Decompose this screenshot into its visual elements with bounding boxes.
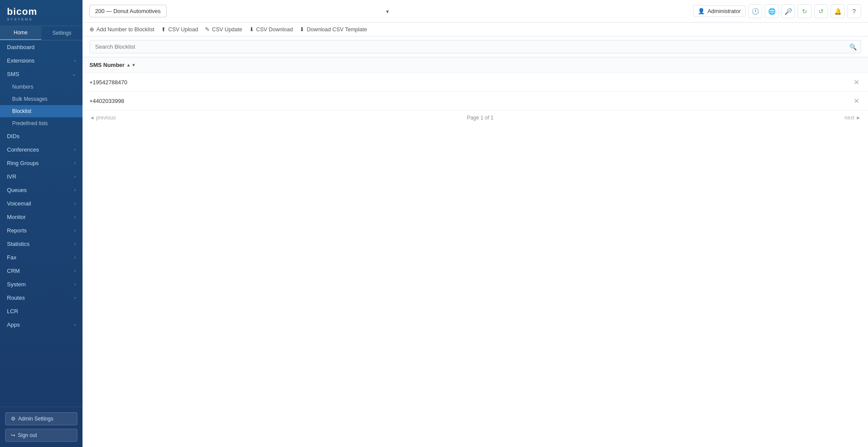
sidebar-item-numbers[interactable]: Numbers: [0, 81, 83, 93]
tab-row: Home Settings: [0, 26, 83, 40]
user-icon: 👤: [698, 8, 705, 14]
sidebar-item-ivr[interactable]: IVR ›: [0, 170, 83, 183]
clock-icon-button[interactable]: 🕐: [748, 4, 762, 18]
template-download-icon: ⬇: [300, 26, 304, 33]
refresh-green-icon-button[interactable]: ↻: [798, 4, 812, 18]
sidebar-item-extensions[interactable]: Extensions ›: [0, 54, 83, 67]
plus-icon: ⊕: [89, 26, 94, 33]
upload-icon: ⬆: [161, 26, 166, 33]
add-number-link[interactable]: ⊕ Add Number to Blocklist: [89, 26, 154, 33]
chevron-icon: ›: [74, 188, 76, 192]
sidebar-item-system[interactable]: System ›: [0, 278, 83, 291]
bell-icon-button[interactable]: 🔔: [831, 4, 845, 18]
sidebar-item-blocklist[interactable]: Blocklist: [0, 105, 83, 117]
sort-asc-icon: ▲: [126, 63, 131, 67]
sidebar-item-statistics[interactable]: Statistics ›: [0, 237, 83, 251]
search-area: 🔍: [83, 36, 868, 57]
action-bar: ⊕ Add Number to Blocklist ⬆ CSV Upload ✎…: [83, 23, 868, 36]
sort-desc-icon: ▾: [132, 63, 135, 67]
topbar: 200 — Donut Automotives 👤 Administrator …: [83, 0, 868, 23]
chevron-icon: ›: [74, 242, 76, 246]
page-info: Page 1 of 1: [467, 115, 493, 121]
sms-number-cell: +19542788470: [89, 79, 851, 86]
tab-settings[interactable]: Settings: [41, 26, 83, 40]
sidebar-item-crm[interactable]: CRM ›: [0, 264, 83, 278]
topbar-right: 👤 Administrator 🕐 🌐 🔎 ↻ ↺ 🔔 ?: [693, 4, 861, 18]
sidebar-item-queues[interactable]: Queues ›: [0, 183, 83, 197]
help-icon-button[interactable]: ?: [847, 4, 861, 18]
column-header-sms-number[interactable]: SMS Number ▲ ▾: [89, 62, 135, 68]
table-row: +4402033998 ✕: [83, 92, 868, 110]
admin-settings-button[interactable]: ⚙ Admin Settings: [5, 412, 77, 425]
logo-main: bicom: [7, 6, 76, 17]
csv-download-link[interactable]: ⬇ CSV Download: [249, 26, 293, 33]
sidebar-item-ring-groups[interactable]: Ring Groups ›: [0, 156, 83, 170]
sidebar-item-dids[interactable]: DIDs: [0, 129, 83, 143]
chevron-icon: ›: [74, 295, 76, 300]
sidebar-item-apps[interactable]: Apps ›: [0, 318, 83, 331]
download-icon: ⬇: [249, 26, 254, 33]
logo-area: bicom SYSTEMS: [0, 0, 83, 26]
globe-plus-icon-button[interactable]: 🌐: [765, 4, 779, 18]
sidebar-item-dashboard[interactable]: Dashboard: [0, 40, 83, 54]
chevron-icon: ›: [74, 322, 76, 327]
sidebar-footer: ⚙ Admin Settings ↪ Sign out: [0, 407, 83, 447]
gear-icon: ⚙: [11, 416, 16, 422]
row-actions: ✕: [851, 96, 861, 106]
table-header-row: SMS Number ▲ ▾: [83, 57, 868, 73]
chevron-icon: ›: [74, 268, 76, 273]
chevron-icon: ⌄: [72, 72, 76, 76]
chevron-icon: ›: [74, 58, 76, 63]
refresh-icon-button[interactable]: ↺: [814, 4, 828, 18]
previous-page-link[interactable]: ◄ previous: [89, 115, 116, 121]
sidebar: bicom SYSTEMS Home Settings Dashboard Ex…: [0, 0, 83, 447]
sidebar-item-lcr[interactable]: LCR: [0, 305, 83, 318]
search-input[interactable]: [89, 40, 861, 53]
sidebar-item-bulk-messages[interactable]: Bulk Messages: [0, 93, 83, 105]
chevron-icon: ›: [74, 147, 76, 152]
table-area: SMS Number ▲ ▾ +19542788470 ✕ +440203399…: [83, 57, 868, 447]
chevron-icon: ›: [74, 201, 76, 206]
logo-sub: SYSTEMS: [7, 17, 76, 21]
edit-icon: ✎: [205, 26, 210, 33]
sidebar-item-reports[interactable]: Reports ›: [0, 224, 83, 237]
pagination-row: ◄ previous Page 1 of 1 next ►: [83, 110, 868, 125]
tenant-select-wrapper: 200 — Donut Automotives: [89, 5, 393, 17]
tenant-select[interactable]: 200 — Donut Automotives: [89, 5, 167, 17]
sidebar-item-voicemail[interactable]: Voicemail ›: [0, 197, 83, 210]
sidebar-item-routes[interactable]: Routes ›: [0, 291, 83, 305]
chevron-icon: ›: [74, 282, 76, 287]
csv-update-link[interactable]: ✎ CSV Update: [205, 26, 242, 33]
sidebar-item-conferences[interactable]: Conferences ›: [0, 143, 83, 156]
download-template-link[interactable]: ⬇ Download CSV Template: [300, 26, 367, 33]
sidebar-item-sms[interactable]: SMS ⌄: [0, 67, 83, 81]
delete-row-button[interactable]: ✕: [851, 96, 861, 106]
sign-out-button[interactable]: ↪ Sign out: [5, 429, 77, 442]
user-label: Administrator: [707, 8, 741, 14]
sms-number-cell: +4402033998: [89, 98, 851, 104]
chevron-icon: ›: [74, 228, 76, 233]
chevron-icon: ›: [74, 255, 76, 260]
user-badge: 👤 Administrator: [693, 5, 746, 17]
sidebar-item-monitor[interactable]: Monitor ›: [0, 210, 83, 224]
delete-row-button[interactable]: ✕: [851, 77, 861, 87]
search-icon-button[interactable]: 🔍: [849, 43, 857, 50]
signout-icon: ↪: [11, 432, 15, 438]
csv-upload-link[interactable]: ⬆ CSV Upload: [161, 26, 198, 33]
chevron-icon: ›: [74, 215, 76, 219]
row-actions: ✕: [851, 77, 861, 87]
sidebar-item-predefined-lists[interactable]: Predefined lists: [0, 117, 83, 129]
chevron-icon: ›: [74, 161, 76, 166]
chevron-icon: ›: [74, 174, 76, 179]
search-wrapper: 🔍: [89, 40, 861, 53]
main-content: 200 — Donut Automotives 👤 Administrator …: [83, 0, 868, 447]
next-page-link[interactable]: next ►: [845, 115, 861, 121]
sidebar-item-fax[interactable]: Fax ›: [0, 251, 83, 264]
tab-home[interactable]: Home: [0, 26, 41, 40]
globe-icon-button[interactable]: 🔎: [781, 4, 795, 18]
table-row: +19542788470 ✕: [83, 73, 868, 92]
